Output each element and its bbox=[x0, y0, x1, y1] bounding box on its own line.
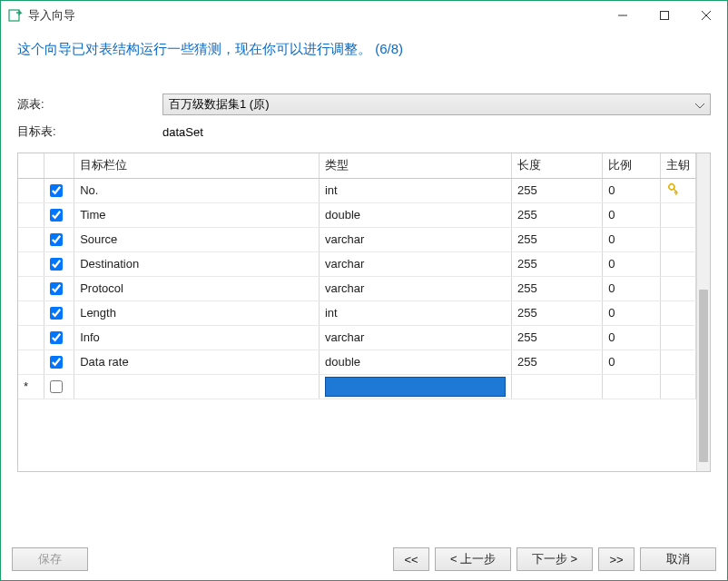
table-row[interactable]: Timedouble2550 bbox=[18, 202, 696, 227]
row-header[interactable] bbox=[18, 202, 44, 227]
row-checkbox-cell[interactable] bbox=[44, 202, 74, 227]
cell-key[interactable] bbox=[661, 251, 696, 276]
grid-header-key[interactable]: 主钥 bbox=[661, 153, 696, 178]
maximize-button[interactable] bbox=[644, 1, 685, 30]
table-row-new[interactable]: * bbox=[18, 374, 696, 399]
cell-key[interactable] bbox=[661, 227, 696, 251]
scrollbar-thumb[interactable] bbox=[699, 290, 708, 462]
row-checkbox[interactable] bbox=[50, 209, 63, 222]
first-button[interactable]: << bbox=[393, 547, 429, 571]
cell-scale[interactable]: 0 bbox=[603, 178, 661, 202]
row-checkbox[interactable] bbox=[50, 282, 63, 295]
cell-field[interactable]: Protocol bbox=[74, 276, 320, 300]
row-checkbox-cell[interactable] bbox=[44, 350, 74, 374]
grid-header-scale[interactable]: 比例 bbox=[603, 153, 661, 178]
table-row[interactable]: Destinationvarchar2550 bbox=[18, 251, 696, 276]
row-checkbox[interactable] bbox=[50, 307, 63, 320]
cell-type[interactable]: int bbox=[319, 178, 511, 202]
grid-header-check[interactable] bbox=[44, 153, 74, 178]
cell-scale[interactable]: 0 bbox=[603, 227, 661, 251]
row-checkbox-cell[interactable] bbox=[44, 276, 74, 300]
cell-scale[interactable]: 0 bbox=[603, 202, 661, 227]
cell-type[interactable]: varchar bbox=[319, 276, 511, 300]
table-row[interactable]: Data ratedouble2550 bbox=[18, 350, 696, 374]
row-header[interactable] bbox=[18, 300, 44, 325]
row-checkbox-cell[interactable] bbox=[44, 374, 74, 399]
cell-field[interactable]: Data rate bbox=[74, 350, 320, 374]
cell-length[interactable]: 255 bbox=[511, 178, 602, 202]
cell-field[interactable]: Destination bbox=[74, 251, 320, 276]
grid-header-type[interactable]: 类型 bbox=[319, 153, 511, 178]
prev-button[interactable]: < 上一步 bbox=[435, 547, 511, 571]
row-checkbox[interactable] bbox=[50, 356, 63, 369]
grid-header-field[interactable]: 目标栏位 bbox=[74, 153, 320, 178]
row-header[interactable] bbox=[18, 276, 44, 300]
cell-field[interactable] bbox=[74, 374, 320, 399]
table-row[interactable]: Sourcevarchar2550 bbox=[18, 227, 696, 251]
last-button[interactable]: >> bbox=[598, 547, 635, 571]
cell-type[interactable]: double bbox=[319, 350, 511, 374]
minimize-button[interactable] bbox=[602, 1, 644, 30]
row-checkbox[interactable] bbox=[50, 258, 63, 271]
cell-scale[interactable]: 0 bbox=[603, 325, 661, 350]
row-checkbox-cell[interactable] bbox=[44, 178, 74, 202]
cell-key[interactable] bbox=[661, 325, 696, 350]
cell-scale[interactable] bbox=[603, 374, 661, 399]
cell-key[interactable] bbox=[661, 202, 696, 227]
row-checkbox[interactable] bbox=[50, 380, 63, 393]
row-header[interactable] bbox=[18, 178, 44, 202]
cell-length[interactable]: 255 bbox=[511, 276, 602, 300]
cell-field[interactable]: No. bbox=[74, 178, 320, 202]
cell-field[interactable]: Length bbox=[74, 300, 320, 325]
row-checkbox-cell[interactable] bbox=[44, 325, 74, 350]
row-header[interactable] bbox=[18, 251, 44, 276]
next-button[interactable]: 下一步 > bbox=[516, 547, 593, 571]
cell-key[interactable] bbox=[661, 374, 696, 399]
cell-length[interactable]: 255 bbox=[511, 350, 602, 374]
cell-type[interactable]: double bbox=[319, 202, 511, 227]
cell-field[interactable]: Source bbox=[74, 227, 320, 251]
cancel-button[interactable]: 取消 bbox=[640, 547, 716, 571]
grid-header-length[interactable]: 长度 bbox=[511, 153, 602, 178]
table-row[interactable]: Protocolvarchar2550 bbox=[18, 276, 696, 300]
cell-type[interactable]: varchar bbox=[319, 251, 511, 276]
table-row[interactable]: No.int2550 bbox=[18, 178, 696, 202]
cell-type[interactable]: varchar bbox=[319, 325, 511, 350]
save-button[interactable]: 保存 bbox=[12, 547, 88, 571]
row-header[interactable] bbox=[18, 227, 44, 251]
cell-scale[interactable]: 0 bbox=[603, 350, 661, 374]
vertical-scrollbar[interactable] bbox=[696, 153, 710, 471]
cell-scale[interactable]: 0 bbox=[603, 300, 661, 325]
row-header[interactable] bbox=[18, 325, 44, 350]
cell-key[interactable] bbox=[661, 350, 696, 374]
cell-length[interactable]: 255 bbox=[511, 202, 602, 227]
cell-scale[interactable]: 0 bbox=[603, 276, 661, 300]
cell-length[interactable]: 255 bbox=[511, 300, 602, 325]
form-area: 源表: 百万级数据集1 (原) 目标表: dataSet bbox=[1, 89, 727, 145]
close-button[interactable] bbox=[685, 1, 727, 30]
row-checkbox[interactable] bbox=[50, 184, 63, 197]
titlebar: 导入向导 bbox=[1, 1, 727, 30]
cell-type[interactable]: varchar bbox=[319, 227, 511, 251]
row-checkbox-cell[interactable] bbox=[44, 227, 74, 251]
cell-field[interactable]: Info bbox=[74, 325, 320, 350]
row-checkbox-cell[interactable] bbox=[44, 251, 74, 276]
cell-key[interactable] bbox=[661, 276, 696, 300]
cell-length[interactable] bbox=[511, 374, 602, 399]
cell-key[interactable] bbox=[661, 300, 696, 325]
cell-length[interactable]: 255 bbox=[511, 227, 602, 251]
row-checkbox[interactable] bbox=[50, 331, 63, 344]
cell-key[interactable] bbox=[661, 178, 696, 202]
cell-length[interactable]: 255 bbox=[511, 251, 602, 276]
table-row[interactable]: Infovarchar2550 bbox=[18, 325, 696, 350]
cell-field[interactable]: Time bbox=[74, 202, 320, 227]
row-checkbox[interactable] bbox=[50, 233, 63, 246]
cell-type[interactable]: int bbox=[319, 300, 511, 325]
cell-scale[interactable]: 0 bbox=[603, 251, 661, 276]
source-table-combo[interactable]: 百万级数据集1 (原) bbox=[162, 94, 711, 115]
cell-type-selected[interactable] bbox=[319, 374, 511, 399]
table-row[interactable]: Lengthint2550 bbox=[18, 300, 696, 325]
row-header[interactable] bbox=[18, 350, 44, 374]
cell-length[interactable]: 255 bbox=[511, 325, 602, 350]
row-checkbox-cell[interactable] bbox=[44, 300, 74, 325]
